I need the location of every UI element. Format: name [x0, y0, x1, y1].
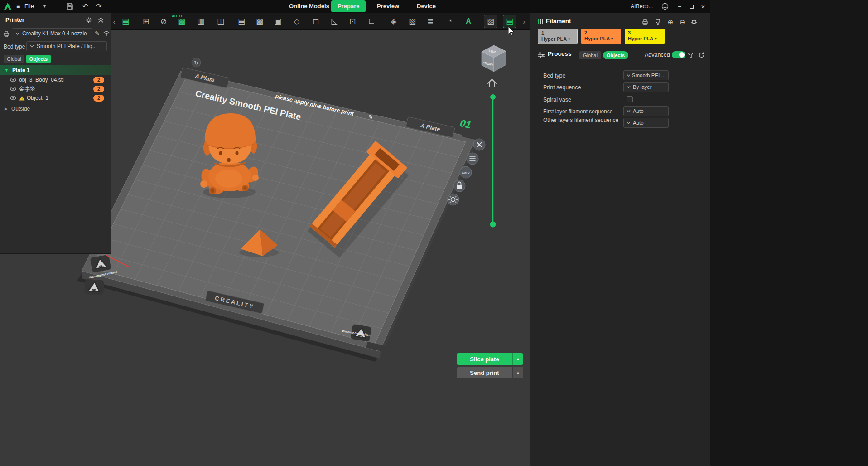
bed-type-select[interactable]: Smooth PEI Plate / Hig...: [26, 41, 107, 51]
tree-item-outside[interactable]: ▶ Outside: [0, 104, 111, 113]
tree-item-plate[interactable]: ▼ Plate 1: [0, 65, 111, 75]
toolbar: ‹ ▦ ⊞ ⊘ AUTO ▩ ▥ ◫ ▤ ▩ ▣ ◇ ◻ ◺ ⊡ ∟ ◈ ▧ ≣…: [111, 13, 530, 30]
expand-triangle-icon[interactable]: ▼: [5, 68, 9, 73]
tab-global-right[interactable]: Global: [579, 51, 601, 59]
tree-item-object[interactable]: obj_3_Body_04.stl 2: [0, 75, 111, 84]
send-print-button[interactable]: Send print ▲: [457, 367, 523, 378]
tab-online-models[interactable]: Online Models: [283, 0, 336, 13]
account-avatar-icon[interactable]: [661, 3, 669, 10]
build-plate-tool-icon[interactable]: ▦: [119, 15, 132, 28]
tree-item-object[interactable]: 金字塔 2: [0, 84, 111, 93]
solid-view-tool-icon[interactable]: ▧: [405, 15, 419, 28]
collapse-panel-icon[interactable]: [98, 17, 104, 23]
filament-slot-1[interactable]: 1 Hyper PLA▾: [538, 29, 578, 44]
chevron-down-icon: [627, 121, 631, 124]
file-menu[interactable]: File: [24, 0, 34, 13]
chevron-down-icon: ▾: [655, 36, 656, 42]
advanced-toggle[interactable]: [672, 51, 685, 58]
orient-tool-icon[interactable]: ⊘: [157, 15, 170, 28]
toolbar-expand-icon[interactable]: ›: [521, 15, 527, 28]
wifi-icon[interactable]: [103, 30, 110, 36]
bed-type-label: Bed type: [4, 44, 25, 50]
scale-tool-icon[interactable]: ▣: [271, 15, 285, 28]
filament-slot-3[interactable]: 3 Hyper PLA▾: [625, 29, 665, 44]
param-value: Auto: [633, 108, 644, 114]
slice-options-chevron-icon[interactable]: ▲: [512, 353, 523, 365]
param-label: First layer filament sequence: [543, 108, 612, 115]
mirror-tool-icon[interactable]: ◇: [290, 15, 304, 28]
chevron-down-icon: [627, 86, 631, 88]
toolbar-collapse-icon[interactable]: ‹: [111, 15, 117, 28]
filament-slot-2[interactable]: 2 Hyper PLA▾: [581, 29, 621, 44]
left-panel: Printer Creality K1 Max 0.4 nozzle ✎: [0, 13, 111, 254]
nozzle-icon[interactable]: [653, 18, 663, 27]
speed-gauge-tool-icon[interactable]: ◔: [443, 15, 457, 28]
clone-tool-icon[interactable]: ▤: [235, 15, 248, 28]
plate-close-button[interactable]: [473, 139, 485, 150]
param-other-layers-sequence-select[interactable]: Auto: [623, 118, 669, 128]
printer-select[interactable]: Creality K1 Max 0.4 nozzle: [12, 28, 92, 39]
param-value: By layer: [633, 84, 652, 90]
split-view-tool-icon[interactable]: ◫: [214, 15, 227, 28]
account-label[interactable]: AIReco...: [631, 0, 653, 13]
collapsed-triangle-icon[interactable]: ▶: [5, 107, 8, 111]
visibility-eye-icon[interactable]: [10, 78, 16, 82]
app-screen: Creality Smooth PEI Plate please apply g…: [0, 0, 868, 466]
plate-list-button[interactable]: [467, 153, 478, 165]
plate-auto-arrange-button[interactable]: AUTO: [460, 166, 472, 178]
tab-preview[interactable]: Preview: [371, 0, 405, 13]
layers-tool-icon[interactable]: ≣: [424, 15, 437, 28]
add-filament-icon[interactable]: ⊕: [665, 18, 675, 27]
text-tool-icon[interactable]: A: [462, 15, 475, 28]
filament-count-badge: 2: [93, 77, 104, 83]
printer-select-value: Creality K1 Max 0.4 nozzle: [22, 30, 87, 37]
visibility-eye-icon[interactable]: [10, 96, 16, 100]
reset-params-icon[interactable]: [696, 50, 706, 59]
tab-device[interactable]: Device: [410, 0, 442, 13]
slice-plate-button[interactable]: Slice plate ▲: [457, 353, 523, 365]
param-label: Other layers filament sequence: [543, 117, 620, 123]
plate-settings-button[interactable]: [447, 194, 459, 205]
maximize-button[interactable]: [686, 0, 697, 13]
filament-settings-gear-icon[interactable]: [689, 18, 699, 27]
slider-handle-bottom: [490, 222, 496, 228]
auto-orient-tool-icon[interactable]: ▩: [175, 15, 188, 28]
save-icon[interactable]: [66, 3, 73, 10]
cube-tool-icon[interactable]: ◻: [309, 15, 323, 28]
cut-tool-icon[interactable]: ◺: [328, 15, 341, 28]
support-tool-icon[interactable]: ∟: [365, 15, 378, 28]
image-tool-icon[interactable]: ▨: [484, 15, 497, 28]
tab-prepare[interactable]: Prepare: [331, 0, 366, 12]
filament-mapping-icon[interactable]: [640, 18, 650, 27]
redo-icon[interactable]: ↷: [96, 0, 102, 13]
send-options-chevron-icon[interactable]: ▲: [512, 367, 523, 378]
param-bed-type-select[interactable]: Smooth PEI ...: [623, 70, 669, 80]
minimize-button[interactable]: −: [674, 0, 685, 13]
creality-logo-icon[interactable]: [4, 2, 12, 10]
arrange-tool-icon[interactable]: ⊞: [139, 15, 153, 28]
undo-icon[interactable]: ↶: [82, 0, 88, 13]
seam-tool-icon[interactable]: ◈: [387, 15, 400, 28]
remove-filament-icon[interactable]: ⊖: [677, 18, 687, 27]
close-button[interactable]: ×: [698, 0, 709, 13]
boolean-tool-icon[interactable]: ⊡: [346, 15, 359, 28]
process-section-title: Process: [548, 50, 572, 57]
tab-objects-left[interactable]: Objects: [26, 55, 51, 63]
param-print-sequence-select[interactable]: By layer: [623, 82, 669, 92]
fill-plate-tool-icon[interactable]: ▩: [253, 15, 266, 28]
filament-slot-number: 2: [584, 30, 618, 36]
tab-global-left[interactable]: Global: [4, 55, 24, 63]
printer-settings-gear-icon[interactable]: [85, 17, 92, 24]
edit-printer-icon[interactable]: ✎: [95, 30, 100, 37]
lay-flat-tool-icon[interactable]: ▥: [194, 15, 207, 28]
param-first-layer-sequence-select[interactable]: Auto: [623, 106, 669, 116]
file-menu-chevron-icon[interactable]: ▾: [43, 0, 46, 13]
view-reset-icon[interactable]: ↻: [192, 58, 201, 67]
plate-lock-button[interactable]: [453, 180, 465, 192]
section-divider: [534, 48, 707, 48]
tab-objects-right[interactable]: Objects: [603, 51, 628, 59]
param-spiral-vase-checkbox[interactable]: [627, 96, 633, 102]
filter-params-icon[interactable]: [685, 50, 695, 59]
visibility-eye-icon[interactable]: [10, 87, 16, 91]
tree-item-object[interactable]: ! Object_1 2: [0, 93, 111, 102]
